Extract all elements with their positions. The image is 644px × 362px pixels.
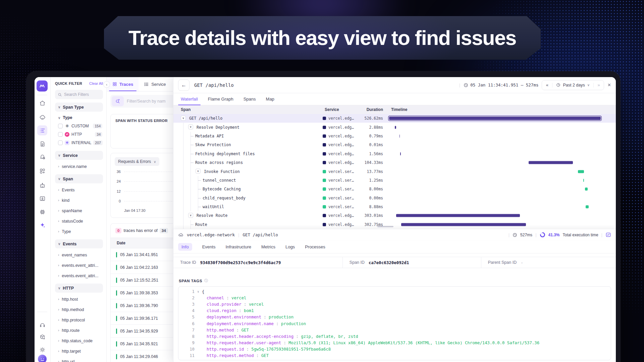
sidebar-item-session-search-icon[interactable] — [38, 194, 47, 203]
info-tab-logs[interactable]: Logs — [285, 244, 295, 249]
sidebar-item-ai-sparkle-icon[interactable] — [38, 221, 47, 229]
waterfall-row[interactable]: Fetching deployment filesvercel.edg…1.56… — [173, 149, 616, 158]
checkbox[interactable] — [58, 132, 63, 137]
timeline-bar[interactable] — [389, 117, 601, 120]
timeline-bar[interactable] — [401, 223, 526, 226]
chart-metric-dropdown[interactable]: Requests & Errors ∨ — [115, 157, 159, 166]
timeline-bar[interactable] — [400, 152, 401, 155]
waterfall-row[interactable]: waitUntilvercel.ser…8.88ms — [173, 202, 616, 211]
span-tags-json-viewer[interactable]: 1∨{2channel : vercel3cloud.provider : ve… — [178, 286, 611, 360]
tab-traces[interactable]: Traces — [107, 77, 139, 91]
filter-search-box[interactable] — [55, 90, 103, 99]
waterfall-row[interactable]: ∨Resolve Routevercel.edg…303.01ms — [173, 211, 616, 220]
sidebar-item-alerts-icon[interactable] — [38, 152, 47, 161]
close-icon[interactable]: ✕ — [607, 82, 611, 87]
waterfall-row[interactable]: Routevercel.edg…302.75ms — [173, 220, 616, 229]
waterfall-row[interactable]: child_request_bodyvercel.ser…0.00ms — [173, 194, 616, 202]
filter-option-internal[interactable]: ❖ INTERNAL207 — [55, 138, 103, 147]
sidebar-item-home-icon[interactable] — [38, 99, 47, 107]
timeline-bar[interactable] — [585, 188, 588, 191]
waterfall-row[interactable]: ∨Invoke Functionvercel.ser…13.77ms — [173, 167, 616, 176]
filter-item[interactable]: ›statusCode — [55, 217, 103, 225]
time-range-dropdown[interactable]: Past 2 days ∨ — [552, 83, 594, 87]
back-button[interactable]: ← — [178, 79, 190, 91]
timeline-bar[interactable] — [583, 179, 584, 182]
info-tab-events[interactable]: Events — [202, 244, 216, 249]
open-panel-icon[interactable] — [605, 232, 611, 238]
timeline-bar[interactable] — [586, 205, 589, 208]
sidebar-item-infrastructure-chip-icon[interactable] — [38, 207, 47, 216]
sidebar-item-assistant-bot-icon[interactable] — [38, 181, 47, 190]
waterfall-row[interactable]: Bytecode Cachingvercel.ser…8.00ms — [173, 185, 616, 193]
filter-group-events[interactable]: ∨Events — [55, 239, 103, 248]
filter-option-http[interactable]: ⇄ HTTP34 — [55, 130, 103, 138]
timeline-bar[interactable] — [399, 134, 400, 137]
filter-option-custom[interactable]: ❋ CUSTOM154 — [55, 122, 103, 130]
filter-item[interactable]: ›service.name — [55, 163, 103, 170]
checkbox[interactable] — [58, 124, 63, 128]
filter-item[interactable]: ›http.host — [55, 295, 103, 303]
filter-group-service[interactable]: ∨Service — [55, 151, 103, 160]
collapse-caret[interactable]: ∨ — [196, 169, 201, 174]
sidebar-item-logs-icon[interactable] — [38, 139, 47, 148]
col-timeline: Timeline — [391, 107, 407, 112]
filter-item[interactable]: ›http.target — [55, 347, 103, 355]
info-tab-infrastructure[interactable]: Infrastructure — [225, 244, 251, 249]
info-tab-metrics[interactable]: Metrics — [261, 244, 275, 249]
timeline-bar[interactable] — [396, 214, 520, 217]
filter-group-http[interactable]: ∨HTTP — [55, 284, 103, 293]
filter-item[interactable]: ›events.event_attri... — [55, 261, 103, 269]
timeline-bar[interactable] — [395, 126, 396, 129]
user-avatar[interactable] — [38, 355, 47, 362]
horizontal-scrollbar[interactable] — [377, 226, 393, 227]
sidebar-item-support-headphones-icon[interactable] — [38, 320, 47, 329]
filter-item[interactable]: ›http.status_code — [55, 337, 103, 345]
tree-tick — [198, 189, 201, 189]
sidebar-item-add-integration-icon[interactable] — [38, 167, 47, 175]
filter-item[interactable]: ›Type — [55, 228, 103, 235]
sidebar-item-add-package-icon[interactable] — [38, 333, 47, 341]
filter-item[interactable]: ›Events — [55, 186, 103, 194]
tab-map[interactable]: Map — [266, 93, 274, 105]
sidebar-item-settings-gear-icon[interactable] — [38, 345, 47, 354]
filter-item[interactable]: ›event_names — [55, 251, 103, 259]
waterfall-row[interactable]: Skew Protectionvercel.edg…0.01ms — [173, 140, 616, 149]
collapse-filter-panel-button[interactable]: ‹ — [103, 81, 110, 88]
filter-item[interactable]: ›spanName — [55, 207, 103, 215]
sidebar-item-cloud-hosts-icon[interactable] — [38, 113, 47, 121]
info-tab-info[interactable]: Info — [178, 243, 192, 251]
waterfall-row[interactable]: ∨Resolve Deploymentvercel.edg…2.88ms — [173, 123, 616, 131]
filter-item[interactable]: ›kind — [55, 196, 103, 204]
filter-item[interactable]: ›http.url — [55, 358, 103, 362]
timeline-bar[interactable] — [529, 161, 573, 164]
waterfall-row[interactable]: Metadata APIvercel.edg…0.79ms — [173, 132, 616, 140]
waterfall-row[interactable]: ∨GET /api/hellovercel.edg…526.62ms — [173, 114, 616, 123]
tab-flame-graph[interactable]: Flame Graph — [208, 93, 233, 105]
timeline-bar[interactable] — [578, 170, 584, 173]
tab-services[interactable]: Service — [139, 77, 171, 91]
tab-spans[interactable]: Spans — [244, 93, 256, 105]
filter-item[interactable]: ›http.protocol — [55, 316, 103, 324]
waterfall-row[interactable]: tunnel_connectvercel.ser…1.25ms — [173, 176, 616, 185]
filter-item[interactable]: ›http.method — [55, 306, 103, 313]
collapse-caret[interactable]: ∨ — [188, 124, 193, 129]
range-next-button[interactable]: » — [594, 80, 604, 90]
info-tab-processes[interactable]: Processes — [305, 244, 325, 249]
collapse-caret[interactable]: ∨ — [181, 116, 186, 121]
collapse-caret[interactable]: ∨ — [188, 213, 193, 218]
filter-item[interactable]: ›events.event_attri... — [55, 272, 103, 280]
tab-waterfall[interactable]: Waterfall — [181, 93, 198, 105]
waterfall-row[interactable]: Route across regionsvercel.edg…104.33ms — [173, 158, 616, 167]
filter-group-span[interactable]: ∨Span — [55, 174, 103, 183]
middleware-logo[interactable] — [37, 80, 48, 92]
filter-item[interactable]: ›http.route — [55, 326, 103, 334]
ai-search-icon — [112, 96, 124, 106]
status-ok-bar — [116, 252, 117, 257]
checkbox[interactable] — [58, 140, 63, 145]
type-subsection-header[interactable]: ∨ Type — [55, 114, 103, 122]
span-type-section-header[interactable]: ∨ Span Type — [55, 103, 103, 112]
range-prev-button[interactable]: « — [542, 80, 552, 90]
filter-search-input[interactable] — [64, 92, 98, 97]
clear-all-link[interactable]: Clear All — [89, 81, 103, 85]
sidebar-item-traces-icon[interactable] — [37, 125, 47, 135]
